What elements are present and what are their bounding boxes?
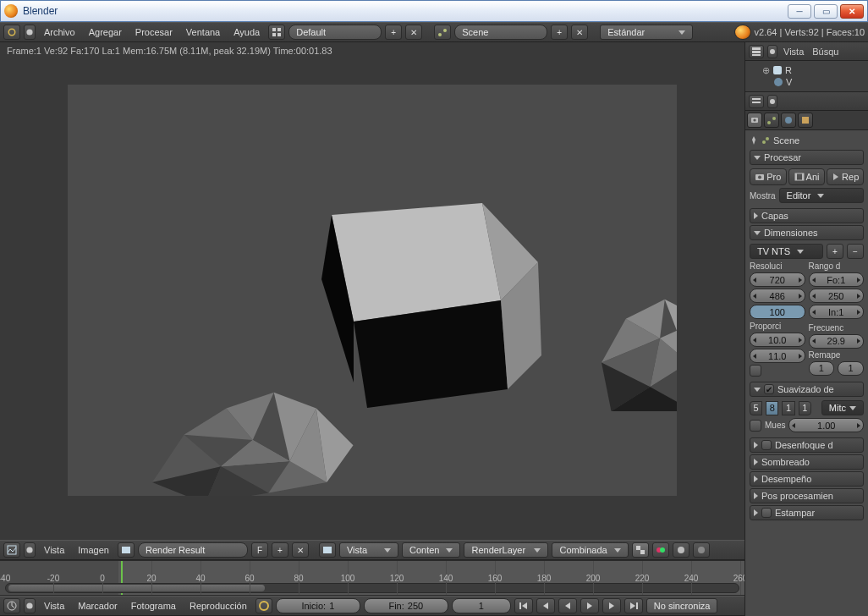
tab-object[interactable] <box>798 113 813 128</box>
jump-start-button[interactable] <box>514 598 533 613</box>
aa-samples-11[interactable]: 1 <box>782 401 794 415</box>
start-frame-field[interactable]: Inicio: 1 <box>276 598 360 613</box>
aspect-y-field[interactable]: 11.0 <box>750 349 805 363</box>
fps-field[interactable]: 29.9 <box>809 334 865 349</box>
panel-procesar-header[interactable]: Procesar <box>750 150 864 165</box>
image-editor-view[interactable]: Frame:1 Ve:92 Fa:170 La:1 Mem:16.75M (8.… <box>0 42 744 540</box>
image-add-icon[interactable]: + <box>272 542 288 558</box>
motion-blur-checkbox[interactable] <box>761 440 772 450</box>
menu-ayuda[interactable]: Ayuda <box>228 25 265 39</box>
channel-z-button[interactable] <box>693 542 710 558</box>
panel-sombreado-header[interactable]: Sombreado <box>750 454 864 470</box>
play-reverse-button[interactable] <box>558 598 577 613</box>
antialias-checkbox[interactable] <box>764 384 774 394</box>
use-preview-range-icon[interactable] <box>255 598 272 613</box>
panel-desenfoque-header[interactable]: Desenfoque d <box>750 437 864 453</box>
play-button[interactable] <box>580 598 599 613</box>
render-animation-button[interactable]: Ani <box>788 168 826 185</box>
close-button[interactable]: ✕ <box>840 4 864 19</box>
panel-postproc-header[interactable]: Pos procesamien <box>750 488 864 503</box>
renderlayer-selector[interactable]: RenderLayer <box>464 542 548 558</box>
channel-rgba-button[interactable] <box>632 542 649 558</box>
collapse-menus-icon-4[interactable] <box>767 45 777 58</box>
scene-selector[interactable]: Scene <box>454 25 547 40</box>
outliner-item[interactable]: ⊕R <box>762 64 865 76</box>
editor-type-image-icon[interactable] <box>3 542 20 558</box>
scene-add-icon[interactable]: + <box>551 25 568 40</box>
editor-type-timeline-icon[interactable] <box>3 598 20 613</box>
render-preset-selector[interactable]: TV NTS <box>750 244 823 259</box>
outliner-item[interactable]: V <box>762 76 865 88</box>
frame-start-field[interactable]: Fo: 1 <box>809 272 865 287</box>
editor-type-icon[interactable] <box>3 25 20 40</box>
timeline-menu-reproduccion[interactable]: Reproducción <box>184 599 252 613</box>
keyframe-prev-button[interactable] <box>536 598 555 613</box>
panel-dimensiones-header[interactable]: Dimensiones <box>750 225 864 240</box>
channel-alpha-button[interactable] <box>673 542 689 558</box>
menu-procesar[interactable]: Procesar <box>130 25 178 39</box>
panel-estampar-header[interactable]: Estampar <box>750 505 864 520</box>
aa-samples-16[interactable]: 1 <box>799 401 811 415</box>
panel-desempeno-header[interactable]: Desempeño <box>750 471 864 487</box>
channel-rgb-button[interactable] <box>652 542 669 558</box>
filter-size-field[interactable]: 1.00 <box>788 418 864 432</box>
editor-type-outliner-icon[interactable] <box>749 45 764 58</box>
tab-scene[interactable] <box>764 113 779 128</box>
aa-filter-selector[interactable]: Mitc <box>821 400 864 415</box>
border-checkbox[interactable] <box>750 365 761 377</box>
layout-selector[interactable]: Default <box>288 25 382 40</box>
current-frame-field[interactable]: 1 <box>452 598 511 613</box>
resolution-pct-field[interactable]: 100 <box>750 305 805 319</box>
timeline-menu-fotograma[interactable]: Fotograma <box>126 599 181 613</box>
frame-end-field[interactable]: 250 <box>809 289 865 303</box>
timeline-scroll-thumb[interactable] <box>8 585 265 591</box>
outliner-menu-vista[interactable]: Vista <box>781 45 806 58</box>
minimize-button[interactable]: ─ <box>788 4 811 19</box>
image-datablock[interactable]: Render Result <box>138 542 248 558</box>
timeline-menu-marcador[interactable]: Marcador <box>73 599 122 613</box>
menu-ventana[interactable]: Ventana <box>181 25 225 39</box>
maximize-button[interactable]: ▭ <box>814 4 838 19</box>
aa-samples-8[interactable]: 8 <box>766 401 778 415</box>
render-image-button[interactable]: Pro <box>750 168 787 185</box>
aa-samples-5[interactable]: 5 <box>750 401 762 415</box>
scene-remove-icon[interactable]: ✕ <box>571 25 588 40</box>
menu-archivo[interactable]: Archivo <box>39 25 80 39</box>
image-menu-vista[interactable]: Vista <box>39 543 69 557</box>
layout-add-icon[interactable]: + <box>385 25 402 40</box>
jump-end-button[interactable] <box>624 598 643 613</box>
pin-icon[interactable] <box>750 136 758 145</box>
resolution-y-field[interactable]: 486 <box>750 289 805 303</box>
render-play-button[interactable]: Rep <box>827 168 864 185</box>
layout-remove-icon[interactable]: ✕ <box>405 25 422 40</box>
preset-remove-icon[interactable]: − <box>847 244 864 259</box>
outliner-menu-busqueda[interactable]: Búsqu <box>810 45 841 58</box>
preset-add-icon[interactable]: + <box>827 244 843 259</box>
editor-type-properties-icon[interactable] <box>749 95 764 108</box>
resolution-x-field[interactable]: 720 <box>750 272 805 287</box>
render-engine-selector[interactable]: Estándar <box>600 25 693 40</box>
panel-suavizado-header[interactable]: Suavizado de <box>750 382 864 397</box>
timeline-scrollbar[interactable] <box>5 583 739 593</box>
timeline-area[interactable]: -40-200204060801001201401601802002202402… <box>0 560 744 596</box>
collapse-menus-icon-5[interactable] <box>767 95 777 108</box>
collapse-menus-icon-3[interactable] <box>24 598 36 613</box>
render-slot-selector[interactable]: Vista <box>339 542 398 558</box>
layout-browse-icon[interactable] <box>268 25 285 40</box>
pass-selector[interactable]: Combinada <box>552 542 628 558</box>
sync-mode-selector[interactable]: No sincroniza <box>646 598 718 613</box>
menu-agregar[interactable]: Agregar <box>84 25 127 39</box>
stamp-checkbox[interactable] <box>761 508 772 518</box>
collapse-menus-icon-2[interactable] <box>24 542 36 558</box>
tab-render[interactable] <box>747 113 762 128</box>
slot-browse-icon[interactable] <box>319 542 336 558</box>
remap-old-field[interactable]: 1 <box>809 361 835 376</box>
display-mode-selector[interactable]: Editor <box>779 188 864 203</box>
frame-step-field[interactable]: In: 1 <box>809 305 865 319</box>
remap-new-field[interactable]: 1 <box>838 361 864 376</box>
image-menu-imagen[interactable]: Imagen <box>73 543 114 557</box>
fake-user-button[interactable]: F <box>251 542 268 558</box>
panel-capas-header[interactable]: Capas <box>750 208 864 223</box>
outliner-tree[interactable]: ⊕R V <box>745 61 868 92</box>
keyframe-next-button[interactable] <box>602 598 621 613</box>
